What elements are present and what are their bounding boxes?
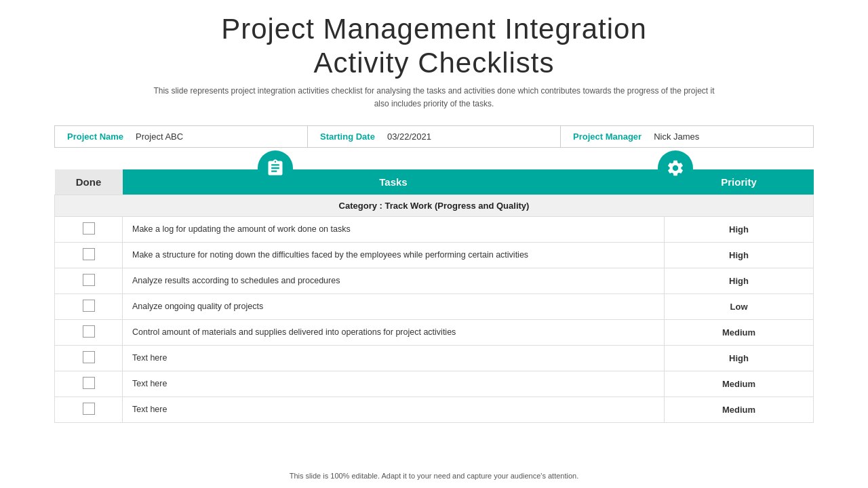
priority-cell-4: Medium [665, 320, 814, 346]
footer-text: This slide is 100% editable. Adapt it to… [290, 472, 579, 480]
table-row: Analyze results according to schedules a… [55, 268, 814, 294]
checkbox[interactable] [83, 325, 95, 338]
checkbox[interactable] [83, 377, 95, 389]
footer-note: This slide is 100% editable. Adapt it to… [290, 472, 579, 488]
task-cell-4: Control amount of materials and supplies… [123, 320, 665, 346]
subtitle-text: This slide represents project integratio… [153, 85, 715, 110]
starting-date-value: 03/22/2021 [387, 131, 431, 142]
project-name-label: Project Name [67, 131, 123, 142]
priority-cell-6: Medium [665, 371, 814, 397]
table-row: Control amount of materials and supplies… [55, 320, 814, 346]
priority-cell-1: High [665, 243, 814, 268]
table-row: Make a log for updating the amount of wo… [55, 217, 814, 243]
done-cell-5[interactable] [55, 346, 123, 371]
table-row: Text hereMedium [55, 371, 814, 397]
priority-cell-2: High [665, 268, 814, 294]
category-label: Category : Track Work (Progress and Qual… [55, 195, 814, 217]
done-cell-0[interactable] [55, 217, 123, 243]
checklist-table: Done Tasks Priority Category : Track Wor… [54, 169, 814, 423]
checkbox[interactable] [83, 222, 95, 235]
priority-cell-3: Low [665, 294, 814, 320]
category-row: Category : Track Work (Progress and Qual… [55, 195, 814, 217]
project-manager-label: Project Manager [573, 131, 642, 142]
info-bar: Project Name Project ABC Starting Date 0… [54, 125, 814, 148]
tasks-icon-badge [258, 150, 293, 186]
task-cell-1: Make a structure for noting down the dif… [123, 243, 665, 268]
header-done: Done [55, 169, 123, 195]
task-cell-0: Make a log for updating the amount of wo… [123, 217, 665, 243]
table-row: Make a structure for noting down the dif… [55, 243, 814, 268]
project-name-cell: Project Name Project ABC [55, 126, 308, 147]
priority-cell-7: Medium [665, 397, 814, 423]
settings-icon [666, 159, 685, 178]
checkbox[interactable] [83, 351, 95, 363]
task-cell-7: Text here [123, 397, 665, 423]
starting-date-cell: Starting Date 03/22/2021 [308, 126, 561, 147]
project-manager-cell: Project Manager Nick James [561, 126, 813, 147]
task-cell-2: Analyze results according to schedules a… [123, 268, 665, 294]
task-cell-6: Text here [123, 371, 665, 397]
main-title: Project Management Integration Activity … [153, 12, 715, 81]
title-line2: Activity Checklists [313, 47, 554, 79]
task-cell-5: Text here [123, 346, 665, 371]
title-line1: Project Management Integration [221, 13, 647, 45]
task-cell-3: Analyze ongoing quality of projects [123, 294, 665, 320]
done-cell-3[interactable] [55, 294, 123, 320]
table-row: Analyze ongoing quality of projectsLow [55, 294, 814, 320]
title-section: Project Management Integration Activity … [153, 12, 715, 110]
done-cell-4[interactable] [55, 320, 123, 346]
checkbox[interactable] [83, 274, 95, 286]
checkbox[interactable] [83, 300, 95, 312]
priority-cell-0: High [665, 217, 814, 243]
priority-icon-badge [658, 150, 693, 186]
table-wrapper: Done Tasks Priority Category : Track Wor… [54, 169, 814, 423]
priority-cell-5: High [665, 346, 814, 371]
done-cell-6[interactable] [55, 371, 123, 397]
table-row: Text hereHigh [55, 346, 814, 371]
checkbox[interactable] [83, 403, 95, 415]
table-row: Text hereMedium [55, 397, 814, 423]
project-name-value: Project ABC [136, 131, 183, 142]
clipboard-icon [266, 159, 285, 178]
project-manager-value: Nick James [654, 131, 699, 142]
table-header-row: Done Tasks Priority [55, 169, 814, 195]
checkbox[interactable] [83, 248, 95, 260]
done-cell-7[interactable] [55, 397, 123, 423]
done-cell-2[interactable] [55, 268, 123, 294]
starting-date-label: Starting Date [320, 131, 375, 142]
done-cell-1[interactable] [55, 243, 123, 268]
header-tasks: Tasks [123, 169, 665, 195]
